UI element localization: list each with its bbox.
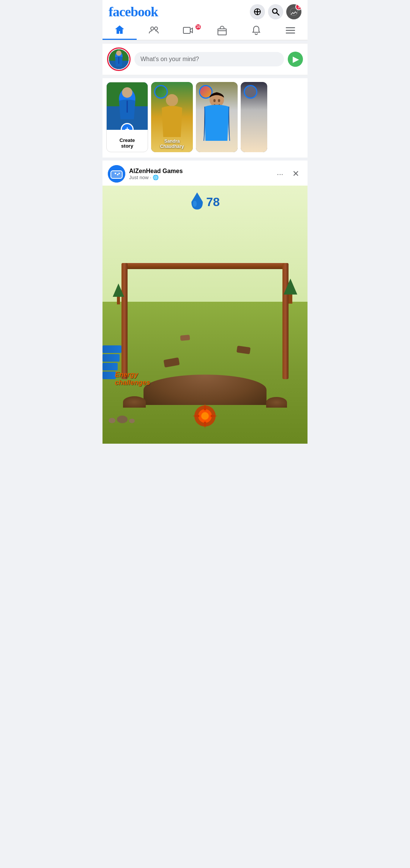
rock-3 xyxy=(129,419,135,423)
rock-1 xyxy=(109,418,115,423)
water-counter: 78 xyxy=(190,192,220,211)
plus-icon: + xyxy=(125,126,129,130)
search-button[interactable] xyxy=(268,4,283,19)
dirt-pile-right xyxy=(266,397,287,408)
post-author-name: AlZenHead Games xyxy=(129,168,270,175)
nav-notifications[interactable] xyxy=(239,22,273,39)
tree-right xyxy=(284,279,297,304)
svg-point-36 xyxy=(193,201,197,207)
post-input-field[interactable] xyxy=(134,52,284,66)
section-divider xyxy=(102,158,308,161)
post-header: AlZenHead Games Just now · 🌐 ··· ✕ xyxy=(102,161,308,186)
explosion xyxy=(192,403,218,431)
post-author-info: AlZenHead Games Just now · 🌐 xyxy=(129,168,270,180)
blue-block-1 xyxy=(102,345,121,353)
svg-point-25 xyxy=(166,94,178,106)
svg-point-35 xyxy=(117,174,118,175)
blue-block-4 xyxy=(102,372,116,379)
create-story-text: Createstory xyxy=(120,137,135,149)
game-background: 78 xyxy=(102,186,308,444)
svg-point-34 xyxy=(118,173,120,174)
svg-rect-9 xyxy=(183,27,190,33)
post-game-image: 78 xyxy=(102,186,308,444)
story-create-icon: ▶ xyxy=(293,55,298,64)
header-actions: 3 xyxy=(250,4,301,19)
post-header-actions: ··· ✕ xyxy=(274,167,302,180)
nav-marketplace[interactable] xyxy=(205,22,239,39)
post-meta: Just now · 🌐 xyxy=(129,175,270,180)
user-avatar xyxy=(109,49,129,69)
wooden-pole-left xyxy=(121,263,128,379)
blue-block-2 xyxy=(102,354,120,362)
top-header: facebook 3 xyxy=(102,0,308,20)
svg-point-27 xyxy=(213,99,216,102)
svg-line-4 xyxy=(277,13,279,15)
water-count: 78 xyxy=(206,195,220,209)
svg-point-39 xyxy=(201,412,209,420)
messenger-badge: 3 xyxy=(295,4,301,10)
nav-friends[interactable] xyxy=(137,22,171,39)
dirt-pile-left xyxy=(123,396,146,408)
nav-menu[interactable] xyxy=(273,22,308,39)
story-name-1: SandraChaudhary xyxy=(151,139,193,149)
messenger-button[interactable]: 3 xyxy=(286,4,301,19)
nav-bar: 16 xyxy=(102,20,308,40)
create-story-img: + xyxy=(107,82,148,130)
avatar-highlight-ring xyxy=(107,47,131,71)
facebook-logo: facebook xyxy=(109,4,158,20)
svg-point-8 xyxy=(155,27,158,30)
dirt-mound xyxy=(144,375,266,405)
post-close-button[interactable]: ✕ xyxy=(289,167,302,180)
post-avatar-inner xyxy=(108,165,125,183)
nav-video[interactable]: 16 xyxy=(171,22,205,39)
blue-block-3 xyxy=(102,363,118,370)
svg-point-18 xyxy=(116,50,121,56)
create-story-card[interactable]: + Createstory xyxy=(106,82,148,152)
post-input-row: ▶ xyxy=(102,43,308,75)
post-time: Just now · 🌐 xyxy=(129,175,159,180)
user-avatar-wrapper xyxy=(107,47,131,71)
tree-left xyxy=(113,284,124,304)
svg-point-28 xyxy=(218,99,220,102)
nav-home[interactable] xyxy=(102,21,137,40)
rocks-group xyxy=(109,416,135,423)
energy-label: Energychallenges xyxy=(115,371,150,387)
svg-rect-30 xyxy=(111,171,122,178)
dirt-chunk-3 xyxy=(180,335,190,341)
post-author-avatar[interactable] xyxy=(108,165,125,183)
post-more-button[interactable]: ··· xyxy=(274,168,286,180)
svg-point-23 xyxy=(122,87,132,97)
svg-rect-10 xyxy=(218,29,226,35)
add-button[interactable] xyxy=(250,4,265,19)
story-card-3[interactable] xyxy=(241,82,267,152)
video-badge: 16 xyxy=(195,24,202,30)
wooden-beam xyxy=(121,263,289,269)
create-story-label: Createstory xyxy=(107,130,148,152)
svg-point-7 xyxy=(151,27,154,30)
post-card-games: AlZenHead Games Just now · 🌐 ··· ✕ xyxy=(102,161,308,444)
story-create-icon-btn[interactable]: ▶ xyxy=(288,52,303,67)
story-card-2[interactable] xyxy=(196,82,238,152)
stories-section: + Createstory SandraChaudhary xyxy=(102,78,308,158)
rock-2 xyxy=(117,416,128,423)
story-card-1[interactable]: SandraChaudhary xyxy=(151,82,193,152)
